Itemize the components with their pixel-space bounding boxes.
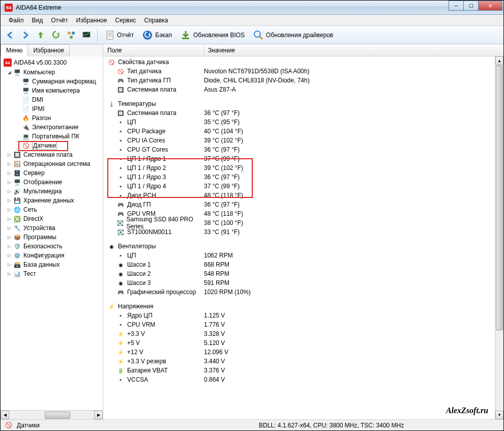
tree-test[interactable]: ▷📊Тест bbox=[1, 269, 103, 278]
tree-storage[interactable]: ▷💾Хранение данных bbox=[1, 196, 103, 205]
tree-item-dmi[interactable]: 📄DMI bbox=[1, 95, 103, 104]
data-row[interactable]: ⚡+3.3 V3.328 V bbox=[107, 329, 503, 338]
back-button[interactable] bbox=[4, 28, 17, 42]
driver-update-button[interactable]: Обновления драйверов bbox=[250, 28, 336, 42]
content[interactable]: 🚫Свойства датчика🚫Тип датчикаNuvoton NCT… bbox=[103, 56, 503, 419]
expand-icon[interactable]: ▷ bbox=[7, 216, 12, 222]
data-row[interactable]: ▪️ЦП1062 RPM bbox=[107, 251, 503, 260]
data-row[interactable]: 🚫Тип датчикаNuvoton NCT6791D/5538D (ISA … bbox=[107, 67, 503, 76]
expand-icon[interactable]: ▷ bbox=[7, 198, 12, 204]
tree-multimedia[interactable]: ▷🔊Мультимедиа bbox=[1, 187, 103, 196]
tree-os[interactable]: ▷🪟Операционная система bbox=[1, 159, 103, 168]
data-row[interactable]: 💽ST1000NM001133 °C (91 °F) bbox=[107, 227, 503, 237]
expand-icon[interactable]: ▷ bbox=[7, 244, 12, 249]
tree-server[interactable]: ▷🗄️Сервер bbox=[1, 168, 103, 178]
tree-item-overclock[interactable]: 🔥Разгон bbox=[1, 113, 103, 123]
refresh-button[interactable] bbox=[49, 28, 63, 42]
tree-item-computername[interactable]: 🖥️Имя компьютера bbox=[1, 86, 103, 95]
tree-computer[interactable]: ◢ 🖥️ Компьютер bbox=[1, 68, 103, 77]
data-row[interactable]: ◉Шасси 3591 RPM bbox=[107, 278, 503, 288]
data-row[interactable]: 🎮Диод ГП36 °C (97 °F) bbox=[107, 200, 503, 209]
tab-favorites[interactable]: Избранное bbox=[27, 44, 70, 56]
expand-icon[interactable]: ▷ bbox=[7, 161, 12, 167]
up-button[interactable] bbox=[34, 28, 47, 42]
data-row[interactable]: ◉Шасси 1668 RPM bbox=[107, 260, 503, 269]
forward-button[interactable] bbox=[19, 28, 32, 42]
backup-button[interactable]: Бэкап bbox=[139, 28, 175, 42]
data-row[interactable]: ◉Шасси 2548 RPM bbox=[107, 269, 503, 278]
tree-display[interactable]: ▷🖥️Отображение bbox=[1, 178, 103, 187]
tree-database[interactable]: ▷🗃️База данных bbox=[1, 260, 103, 269]
scroll-up-button[interactable]: ▲ bbox=[495, 56, 503, 65]
data-row[interactable]: 🔲Системная платаAsus Z87-A bbox=[107, 85, 503, 94]
expand-icon[interactable]: ▷ bbox=[7, 152, 12, 158]
menu-service[interactable]: Сервис bbox=[111, 15, 140, 25]
scroll-left-button[interactable]: ◀ bbox=[1, 411, 9, 419]
tree-directx[interactable]: ▷❎DirectX bbox=[1, 214, 103, 223]
horizontal-scrollbar[interactable]: ◀ ▶ bbox=[1, 410, 103, 419]
data-row[interactable]: 🔋Батарея VBAT3.376 V bbox=[107, 366, 503, 375]
data-row[interactable]: ▪️CPU GT Cores36 °C (97 °F) bbox=[107, 145, 503, 154]
tree-config[interactable]: ▷⚙️Конфигурация bbox=[1, 251, 103, 260]
data-row[interactable]: ▪️ЦП 1 / Ядро 336 °C (97 °F) bbox=[107, 173, 503, 182]
menu-report[interactable]: Отчёт bbox=[47, 15, 72, 25]
minimize-button[interactable]: ─ bbox=[449, 1, 464, 11]
column-field[interactable]: Поле bbox=[103, 44, 204, 56]
tree-devices[interactable]: ▷🔧Устройства bbox=[1, 223, 103, 233]
bios-update-button[interactable]: Обновления BIOS bbox=[177, 28, 248, 42]
expand-icon[interactable]: ▷ bbox=[7, 189, 12, 194]
scroll-right-button[interactable]: ▶ bbox=[94, 411, 103, 419]
tree-motherboard[interactable]: ▷🔲Системная плата bbox=[1, 150, 103, 159]
column-value[interactable]: Значение bbox=[204, 44, 503, 56]
data-row[interactable]: ▪️CPU VRM1.776 V bbox=[107, 320, 503, 329]
tree-item-ipmi[interactable]: 📄IPMI bbox=[1, 104, 103, 113]
tree-network[interactable]: ▷🌐Сеть bbox=[1, 205, 103, 214]
expand-icon[interactable]: ▷ bbox=[7, 271, 12, 277]
data-row[interactable]: ⚡+3.3 V резерв3.440 V bbox=[107, 357, 503, 366]
data-row[interactable]: ▪️ЦП 1 / Ядро 137 °C (99 °F) bbox=[107, 154, 503, 163]
menu-help[interactable]: Справка bbox=[140, 15, 172, 25]
toolbar-icon-monitor[interactable] bbox=[80, 28, 93, 42]
expand-icon[interactable]: ▷ bbox=[7, 207, 12, 213]
data-row[interactable]: ⚡+5 V5.120 V bbox=[107, 338, 503, 348]
report-button[interactable]: Отчёт bbox=[102, 28, 137, 42]
data-row[interactable]: ▪️CPU IA Cores39 °C (102 °F) bbox=[107, 136, 503, 145]
data-row[interactable]: 🎮Тип датчика ГПDiode, CHiL CHL8318 (NV-D… bbox=[107, 76, 503, 85]
tree[interactable]: 64 AIDA64 v5.00.3300 ◢ 🖥️ Компьютер 🖥️Су… bbox=[1, 56, 103, 410]
data-row[interactable]: ▪️Ядро ЦП1.125 V bbox=[107, 311, 503, 320]
tree-root[interactable]: 64 AIDA64 v5.00.3300 bbox=[1, 58, 103, 68]
scroll-thumb[interactable] bbox=[496, 66, 503, 330]
tree-software[interactable]: ▷📦Программы bbox=[1, 233, 103, 242]
toolbar-icon-processes[interactable] bbox=[65, 28, 78, 42]
close-button[interactable]: ✕ bbox=[478, 1, 502, 11]
tree-item-power[interactable]: 🔌Электропитание bbox=[1, 123, 103, 132]
tree-item-sensors[interactable]: 🚫Датчики bbox=[1, 141, 103, 150]
tree-security[interactable]: ▷🛡️Безопасность bbox=[1, 242, 103, 251]
scroll-down-button[interactable]: ▼ bbox=[495, 411, 503, 419]
maximize-button[interactable]: ☐ bbox=[463, 1, 479, 11]
tab-menu[interactable]: Меню bbox=[1, 44, 28, 56]
data-row[interactable]: ▪️VCCSA0.864 V bbox=[107, 375, 503, 384]
data-row[interactable]: ▪️ЦП 1 / Ядро 437 °C (99 °F) bbox=[107, 182, 503, 191]
vertical-scrollbar[interactable]: ▲ ▼ bbox=[495, 56, 503, 419]
data-row[interactable]: ⚡+12 V12.096 V bbox=[107, 348, 503, 357]
expand-icon[interactable]: ▷ bbox=[7, 262, 12, 268]
expand-icon[interactable]: ▷ bbox=[7, 170, 12, 176]
expand-icon[interactable]: ▷ bbox=[7, 235, 12, 240]
menu-favorites[interactable]: Избранное bbox=[72, 15, 111, 25]
expand-icon[interactable]: ▷ bbox=[7, 225, 12, 231]
scroll-thumb[interactable] bbox=[45, 412, 70, 419]
expand-icon[interactable]: ▷ bbox=[7, 180, 12, 185]
data-row[interactable]: ▪️ЦП35 °C (95 °F) bbox=[107, 118, 503, 127]
menu-file[interactable]: Файл bbox=[5, 15, 28, 25]
data-row[interactable]: ▪️ЦП 1 / Ядро 239 °C (102 °F) bbox=[107, 163, 503, 173]
data-row[interactable]: 🎮Графический процессор1020 RPM (10%) bbox=[107, 288, 503, 297]
menu-view[interactable]: Вид bbox=[28, 15, 47, 25]
collapse-icon[interactable]: ◢ bbox=[7, 70, 12, 75]
data-row[interactable]: 🔲Системная плата36 °C (97 °F) bbox=[107, 108, 503, 118]
data-row[interactable]: ▪️Диод PCH48 °C (118 °F) bbox=[107, 191, 503, 200]
tree-item-portable[interactable]: 💻Портативный ПК bbox=[1, 132, 103, 141]
data-row[interactable]: 💽Samsung SSD 840 PRO Series38 °C (100 °F… bbox=[107, 218, 503, 227]
data-row[interactable]: ▪️CPU Package40 °C (104 °F) bbox=[107, 127, 503, 136]
expand-icon[interactable]: ▷ bbox=[7, 253, 12, 258]
